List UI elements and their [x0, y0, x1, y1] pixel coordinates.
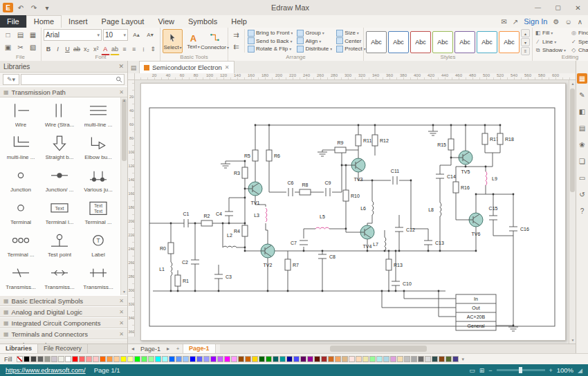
open-icon[interactable]: ▤: [15, 29, 26, 41]
account-icon[interactable]: ☺: [564, 18, 571, 26]
find-replace-button[interactable]: ◎Find & Replace: [571, 29, 588, 37]
color-swatch-21[interactable]: [155, 356, 161, 362]
page-tab-active[interactable]: Page-1: [183, 344, 216, 353]
color-swatch-23[interactable]: [169, 356, 175, 362]
resistor-R9[interactable]: [335, 147, 346, 153]
close-button[interactable]: ✕: [568, 0, 588, 15]
color-swatch-61[interactable]: [432, 356, 438, 362]
inductor-L5[interactable]: [315, 227, 329, 229]
format-paint-icon[interactable]: ✎: [577, 90, 587, 100]
color-swatch-38[interactable]: [273, 356, 279, 362]
resistor-R18[interactable]: [497, 133, 503, 144]
arrange-distribute[interactable]: Distribute▾: [297, 45, 332, 53]
library-item-4[interactable]: multi-line ...: [1, 131, 40, 164]
library-section-transmission-path[interactable]: ▦ Transmission Path ✕: [0, 86, 127, 97]
color-swatch-19[interactable]: [141, 356, 147, 362]
color-swatch-39[interactable]: [279, 356, 286, 362]
style-preview-7[interactable]: Abc: [499, 31, 520, 53]
ribbon-collapse-icon[interactable]: ∧: [578, 18, 582, 26]
color-swatch-20[interactable]: [148, 356, 154, 362]
color-swatch-32[interactable]: [231, 356, 237, 362]
color-swatch-22[interactable]: [162, 356, 168, 362]
resistor-R17[interactable]: [482, 133, 488, 144]
library-item-18[interactable]: Transmiss...: [79, 261, 118, 294]
inductor-L9[interactable]: [486, 171, 487, 185]
libraries-panel-close-icon[interactable]: ✕: [118, 63, 124, 70]
color-swatch-45[interactable]: [321, 356, 327, 362]
resistor-R6[interactable]: [266, 150, 272, 161]
color-swatch-44[interactable]: [314, 356, 320, 362]
resistor-R13[interactable]: [386, 259, 392, 270]
style-preview-2[interactable]: Abc: [388, 31, 409, 53]
resistor-R8[interactable]: [300, 189, 311, 195]
color-swatch-55[interactable]: [390, 356, 396, 362]
select-tool[interactable]: Select▾: [163, 29, 183, 53]
style-preview-6[interactable]: Abc: [477, 31, 497, 53]
clipart-icon[interactable]: ❀: [577, 140, 587, 150]
inductor-L2[interactable]: [223, 246, 237, 247]
inductor-L8[interactable]: [440, 203, 441, 216]
resistor-R1[interactable]: [175, 275, 181, 286]
palette-more-icon[interactable]: ▾: [462, 357, 465, 362]
color-swatch-8[interactable]: [65, 356, 71, 362]
library-item-6[interactable]: Elbow bu...: [79, 131, 118, 164]
menu-tab-help[interactable]: Help: [224, 15, 254, 28]
menu-tab-view[interactable]: View: [151, 15, 181, 28]
edrawsoft-link[interactable]: https://www.edrawsoft.com/: [6, 366, 86, 374]
connector-tool[interactable]: Connector▾: [204, 29, 226, 53]
panel-tab-libraries[interactable]: Libraries: [0, 344, 38, 353]
section-close-icon[interactable]: ✕: [119, 309, 124, 315]
scroll-down-icon[interactable]: ▼: [121, 289, 127, 295]
zoom-out-icon[interactable]: −: [488, 367, 492, 374]
styles-scroll-icon-1[interactable]: ▴: [521, 29, 530, 37]
library-item-11[interactable]: TextTerminal l...: [40, 196, 79, 229]
library-section-basic-electrical-symbols[interactable]: ▦Basic Electrical Symbols✕: [0, 295, 127, 306]
resistor-R16[interactable]: [453, 182, 459, 193]
color-swatch-53[interactable]: [376, 356, 383, 362]
help-icon[interactable]: ?: [577, 206, 587, 216]
library-item-17[interactable]: Transmiss...: [40, 261, 79, 294]
add-page-icon[interactable]: +: [173, 346, 183, 352]
color-swatch-36[interactable]: [259, 356, 265, 362]
layers-icon[interactable]: ❏: [577, 156, 587, 167]
one-dimensional-icon[interactable]: ⇉: [230, 29, 242, 41]
style-preview-1[interactable]: Abc: [366, 31, 387, 53]
resistor-R4[interactable]: [242, 225, 248, 236]
color-swatch-35[interactable]: [252, 356, 258, 362]
symbol-library-icon[interactable]: ▦: [577, 73, 587, 84]
canvas-horizontal-scrollbar[interactable]: [220, 344, 588, 353]
color-swatch-15[interactable]: [113, 356, 120, 362]
color-swatch-33[interactable]: [238, 356, 244, 362]
resistor-R2[interactable]: [201, 220, 212, 226]
section-close-icon[interactable]: ✕: [119, 298, 124, 304]
menu-tab-page-layout[interactable]: Page Layout: [95, 15, 151, 28]
minimize-button[interactable]: —: [528, 0, 548, 15]
resistor-R10[interactable]: [343, 190, 349, 201]
resistor-R11[interactable]: [356, 135, 361, 146]
wire[interactable]: [466, 164, 493, 167]
share-icon[interactable]: ↗: [513, 18, 518, 26]
document-tab[interactable]: Semiconductor Electron ✕: [139, 61, 235, 73]
wire[interactable]: [411, 180, 428, 229]
grow-font-icon[interactable]: A▴: [129, 29, 143, 41]
color-swatch-56[interactable]: [397, 356, 403, 362]
settings-gear-icon[interactable]: ⚙: [553, 18, 559, 26]
resistor-R5[interactable]: [252, 150, 258, 161]
undo-icon[interactable]: ↶: [15, 3, 26, 13]
tab-list-icon[interactable]: ▤: [128, 62, 139, 73]
theme-icon[interactable]: ▤: [577, 123, 587, 133]
style-preview-5[interactable]: Abc: [454, 31, 475, 53]
sign-in[interactable]: Sign In: [524, 17, 547, 26]
inductor-L1[interactable]: [171, 262, 172, 276]
wire[interactable]: [404, 291, 456, 299]
color-swatch-25[interactable]: [183, 356, 189, 362]
color-swatch-10[interactable]: [79, 356, 85, 362]
zoom-level[interactable]: 100%: [557, 366, 573, 374]
menu-tab-file[interactable]: File: [0, 15, 26, 28]
color-swatch-62[interactable]: [439, 356, 445, 362]
wire[interactable]: [456, 193, 469, 220]
wire[interactable]: [266, 223, 268, 244]
arrange-group[interactable]: Group▾: [297, 29, 332, 37]
library-item-12[interactable]: TextTextTerminal ...: [79, 196, 118, 229]
color-swatch-58[interactable]: [411, 356, 417, 362]
